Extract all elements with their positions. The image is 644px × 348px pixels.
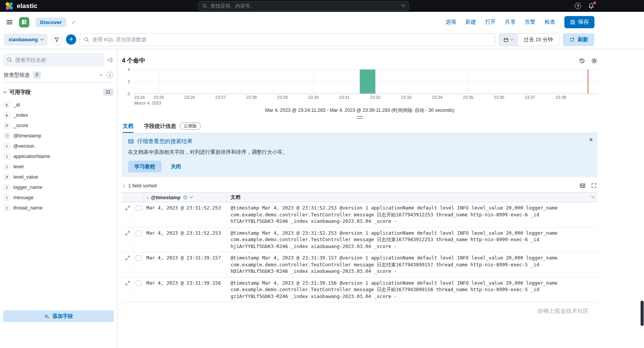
nav-action[interactable]: 告警 (525, 19, 535, 26)
refresh-label: 刷新 (578, 36, 588, 43)
row-checkbox[interactable] (136, 205, 141, 211)
doc-field-name: logger_name (526, 205, 557, 211)
column-header-timestamp[interactable]: ↓ @timestamp (144, 193, 227, 202)
fullscreen-icon[interactable] (591, 183, 597, 188)
add-field-button[interactable]: 添加字段 (3, 310, 114, 322)
calendar-button[interactable] (499, 34, 517, 46)
field-search[interactable] (3, 53, 104, 67)
doc-field-name: level_value (471, 230, 503, 236)
row-checkbox[interactable] (136, 255, 141, 261)
history-icon[interactable] (579, 58, 585, 64)
sidebar-field[interactable]: #level_value (3, 172, 114, 182)
nav-action[interactable]: 新建 (465, 19, 476, 26)
field-type-date-icon (4, 133, 10, 139)
expand-row-icon[interactable] (125, 205, 130, 227)
sidebar-field[interactable]: tthread_name (3, 203, 114, 213)
field-type-keyword-icon: k (4, 102, 10, 108)
y-axis-tick-label: 4 (128, 67, 130, 72)
sidebar-field[interactable]: #_score (3, 120, 114, 130)
filter-by-type-dropdown[interactable]: 按类型筛选 0 (4, 71, 107, 79)
expand-row-icon[interactable] (125, 280, 130, 302)
clock-icon (183, 195, 188, 200)
row-checkbox[interactable] (136, 280, 141, 286)
field-list: k_idk_index#_score@timestampt@versiontap… (3, 100, 114, 213)
sorted-fields-button[interactable]: ↕ 1 field sorted (123, 183, 157, 188)
refresh-button[interactable]: 刷新 (563, 33, 594, 46)
doc-field-value: - (394, 268, 397, 274)
add-filter-button[interactable]: + (66, 34, 76, 45)
chart-options-gear-icon[interactable] (591, 58, 598, 64)
help-icon[interactable]: ? (575, 3, 581, 9)
field-search-input[interactable] (15, 53, 100, 67)
document-cell: @timestamp Mar 4, 2023 @ 23:31:39.156 @v… (227, 277, 598, 302)
doc-field-name: _score (374, 268, 391, 274)
refresh-icon (569, 37, 575, 42)
doc-field-name: thread_name (436, 287, 468, 292)
row-checkbox[interactable] (136, 230, 141, 236)
column-header-document[interactable]: 文档 (227, 193, 598, 202)
global-search[interactable]: ^/ (198, 1, 409, 11)
newsfeed-bell-icon[interactable] (588, 3, 594, 9)
tutorial-button[interactable]: 学习教程 (128, 161, 162, 172)
global-header: elastic ^/ ? (0, 0, 644, 12)
chevron-down-icon (510, 37, 513, 40)
x-axis-tick-label: 23:28 (246, 95, 257, 100)
time-range-display[interactable]: 过去 15 分钟 (517, 34, 559, 46)
expand-row-icon[interactable] (125, 230, 130, 252)
sidebar-field[interactable]: t@version (3, 141, 114, 151)
kql-filter-bar[interactable] (80, 33, 495, 46)
nav-action[interactable]: 打开 (485, 19, 496, 26)
space-avatar[interactable]: 默 (19, 17, 29, 27)
sidebar-field[interactable]: tlogger_name (3, 182, 114, 192)
timestamp-cell: Mar 4, 2023 @ 23:31:39.156 (144, 277, 227, 302)
doc-field-name: logger_name (526, 255, 557, 261)
chart-resize-handle[interactable] (357, 116, 363, 119)
nav-action[interactable]: 共享 (505, 19, 516, 26)
sidebar-field[interactable]: @timestamp (3, 130, 114, 141)
filter-icon-button[interactable] (51, 34, 62, 45)
sidebar-field[interactable]: tlevel (3, 161, 114, 172)
sidebar-field[interactable]: k_id (3, 100, 114, 110)
save-button[interactable]: 保存 (564, 16, 594, 28)
tab-documents[interactable]: 文档 (123, 119, 133, 133)
kql-input[interactable] (92, 34, 491, 46)
doc-field-value: 20,000 (506, 205, 523, 211)
sidebar-field[interactable]: tmessage (3, 192, 114, 203)
nav-action[interactable]: 检查 (545, 19, 555, 26)
doc-field-name: _score (374, 243, 391, 249)
sidebar-field[interactable]: tapplicationName (3, 151, 114, 161)
select-cell (133, 277, 144, 302)
histogram-plot (133, 69, 598, 94)
field-name: level (13, 164, 24, 169)
menu-icon[interactable] (4, 16, 15, 28)
available-fields-header[interactable]: 可用字段 11 (3, 89, 114, 96)
doc-field-value: http-nio-8999-exec-6 (471, 212, 528, 218)
chevron-down-icon (189, 195, 192, 198)
vertical-scrollbar[interactable] (641, 301, 644, 326)
close-icon[interactable]: × (589, 136, 593, 143)
doc-field-name: level (440, 280, 454, 286)
doc-field-value: default (417, 280, 437, 286)
x-axis-tick-label: 23:33 (401, 95, 412, 100)
nav-action[interactable]: 选项 (445, 19, 456, 26)
search-icon (84, 37, 89, 42)
field-name: applicationName (13, 153, 50, 159)
data-view-picker[interactable]: xiaobawang (4, 34, 48, 46)
histogram-bar[interactable] (360, 69, 375, 93)
dismiss-button[interactable]: 关闭 (171, 163, 181, 170)
display-options-icon[interactable] (580, 183, 585, 188)
column-label: @timestamp (151, 195, 181, 200)
sidebar-field[interactable]: k_index (3, 110, 114, 120)
elastic-logo[interactable] (5, 2, 14, 11)
doc-field-value: 20,000 (506, 280, 523, 286)
expand-row-icon[interactable] (125, 255, 130, 277)
nav-bar: 默 Discover ✓ 选项新建打开共享告警检查 保存 (0, 12, 644, 32)
info-icon[interactable]: i (107, 72, 113, 78)
breadcrumb-discover[interactable]: Discover (35, 18, 66, 27)
collapse-sidebar-icon[interactable] (106, 56, 114, 64)
tab-field-statistics[interactable]: 字段统计信息 公测版 (144, 119, 201, 133)
doc-field-value: com.example.demo.controller.TestControll… (231, 212, 351, 218)
doc-field-name: _index (291, 293, 308, 299)
global-search-input[interactable] (210, 2, 398, 10)
field-name: level_value (13, 174, 38, 180)
